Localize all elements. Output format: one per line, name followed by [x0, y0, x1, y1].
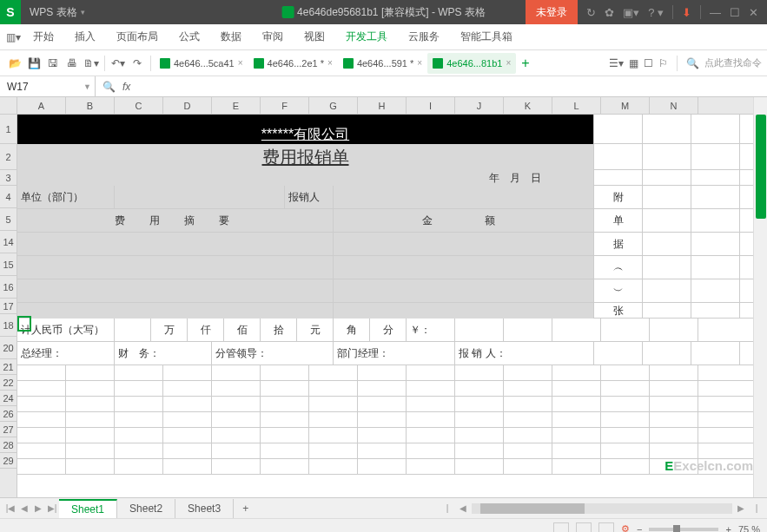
- cell[interactable]: [650, 459, 698, 475]
- cell[interactable]: [309, 443, 358, 459]
- cell[interactable]: [212, 459, 261, 475]
- menu-formula[interactable]: 公式: [169, 24, 210, 50]
- cell[interactable]: [594, 144, 643, 170]
- cell[interactable]: [594, 115, 643, 144]
- cell[interactable]: [691, 233, 740, 255]
- cell[interactable]: [691, 279, 740, 302]
- cell[interactable]: [643, 256, 691, 279]
- cell[interactable]: [504, 397, 552, 412]
- name-box[interactable]: W17 ▼: [0, 76, 96, 96]
- sheet-tab-2[interactable]: Sheet2: [117, 499, 175, 518]
- cell[interactable]: [261, 443, 309, 459]
- cell[interactable]: [66, 443, 115, 459]
- add-sheet-button[interactable]: +: [234, 502, 257, 515]
- cell[interactable]: [66, 397, 115, 412]
- cell[interactable]: [212, 397, 261, 412]
- yuan-cell[interactable]: 元: [297, 319, 334, 341]
- box-icon[interactable]: ☐: [644, 57, 653, 69]
- cell[interactable]: [212, 412, 261, 428]
- cell[interactable]: [643, 209, 691, 232]
- row-header[interactable]: 29: [0, 453, 17, 469]
- col-header[interactable]: B: [66, 97, 115, 114]
- col-header[interactable]: N: [650, 97, 698, 114]
- cell[interactable]: [358, 459, 407, 475]
- col-header[interactable]: D: [163, 97, 212, 114]
- grid-icon[interactable]: ▦: [629, 57, 638, 69]
- cell[interactable]: [115, 186, 285, 208]
- cell[interactable]: [261, 412, 309, 428]
- cell[interactable]: [643, 342, 691, 365]
- cell[interactable]: [309, 412, 358, 428]
- tab-nav-next[interactable]: ▶: [31, 503, 45, 513]
- cell[interactable]: [601, 459, 650, 475]
- sync-icon[interactable]: ↻: [586, 6, 596, 19]
- cell[interactable]: [17, 412, 66, 428]
- unit-label-cell[interactable]: 单位（部门）: [17, 186, 115, 208]
- cell[interactable]: [552, 459, 601, 475]
- row-header[interactable]: 16: [0, 276, 17, 299]
- cell[interactable]: [261, 365, 309, 381]
- cell[interactable]: [163, 459, 212, 475]
- col-header[interactable]: C: [115, 97, 163, 114]
- cell[interactable]: [309, 397, 358, 412]
- cell[interactable]: [358, 365, 407, 381]
- doc-tab-2[interactable]: 4e646...2e1 *×: [248, 53, 338, 74]
- close-icon[interactable]: ×: [417, 58, 422, 68]
- cell[interactable]: [601, 412, 650, 428]
- select-all-corner[interactable]: [0, 97, 17, 115]
- cell[interactable]: [552, 397, 601, 412]
- cell[interactable]: [643, 186, 691, 208]
- form-title-cell[interactable]: 费用报销单: [17, 144, 594, 170]
- print-icon[interactable]: 🖶: [64, 56, 80, 71]
- add-tab-button[interactable]: +: [521, 56, 529, 71]
- horizontal-scrollbar[interactable]: [472, 503, 732, 514]
- cell[interactable]: [17, 381, 66, 397]
- login-button[interactable]: 未登录: [526, 0, 578, 24]
- menu-insert[interactable]: 插入: [64, 24, 106, 50]
- cell[interactable]: [601, 319, 650, 341]
- fen-cell[interactable]: 分: [370, 319, 407, 341]
- cell[interactable]: [115, 319, 151, 341]
- cell[interactable]: [17, 365, 66, 381]
- cell[interactable]: [163, 428, 212, 443]
- grid-body[interactable]: A B C D E F G H I J K L M N ******有限公司: [17, 97, 753, 497]
- view-page-icon[interactable]: [576, 522, 592, 533]
- col-header[interactable]: M: [601, 97, 650, 114]
- cell[interactable]: [334, 186, 594, 208]
- col-header[interactable]: G: [309, 97, 358, 114]
- row-header[interactable]: 14: [0, 231, 17, 253]
- dept-mgr-cell[interactable]: 部门经理：: [334, 342, 455, 365]
- cell[interactable]: [17, 279, 334, 302]
- row-header[interactable]: 2: [0, 144, 17, 170]
- cell[interactable]: [334, 233, 594, 255]
- menu-dev-tools[interactable]: 开发工具: [335, 24, 398, 50]
- formula-input[interactable]: [137, 76, 767, 96]
- cell[interactable]: [261, 459, 309, 475]
- cell[interactable]: [552, 319, 601, 341]
- cell[interactable]: [594, 342, 643, 365]
- row-header[interactable]: 17: [0, 299, 17, 314]
- attach-ju-cell[interactable]: 据: [594, 233, 643, 255]
- row-header[interactable]: 4: [0, 186, 17, 208]
- cell[interactable]: [115, 459, 163, 475]
- vertical-scrollbar[interactable]: [753, 97, 767, 497]
- cell[interactable]: [17, 303, 334, 319]
- cny-cell[interactable]: ￥：: [407, 319, 455, 341]
- undo-icon[interactable]: ↶▾: [110, 56, 126, 71]
- cell[interactable]: [163, 381, 212, 397]
- cell[interactable]: [66, 365, 115, 381]
- cell[interactable]: [504, 365, 552, 381]
- cell[interactable]: [309, 365, 358, 381]
- close-icon[interactable]: ×: [506, 58, 511, 68]
- cell[interactable]: [309, 459, 358, 475]
- cell[interactable]: [358, 397, 407, 412]
- cell[interactable]: [643, 303, 691, 319]
- save-icon[interactable]: 💾: [26, 56, 42, 71]
- row-header[interactable]: 26: [0, 406, 17, 422]
- tab-nav-first[interactable]: |◀: [3, 503, 17, 513]
- leader-cell[interactable]: 分管领导：: [212, 342, 334, 365]
- rmb-label-cell[interactable]: 计人民币（大写）: [17, 319, 115, 341]
- skin-icon[interactable]: ✿: [605, 6, 614, 19]
- cell[interactable]: [650, 365, 698, 381]
- cell[interactable]: [504, 459, 552, 475]
